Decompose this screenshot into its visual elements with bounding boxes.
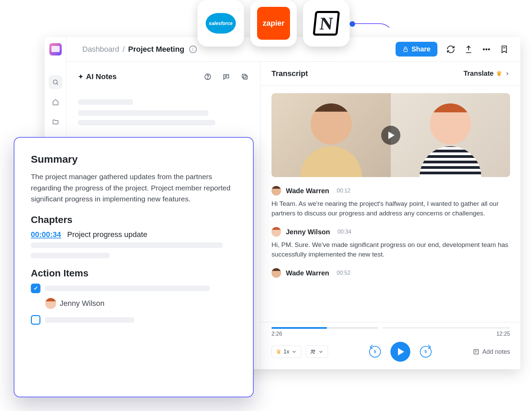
svg-point-10 bbox=[311, 350, 313, 352]
speed-label: 1x bbox=[283, 349, 289, 355]
add-notes-button[interactable]: Add notes bbox=[473, 348, 510, 356]
transcript-entry: Jenny Wilson 00:34 Hi, PM. Sure. We've m… bbox=[271, 227, 510, 259]
progress-track[interactable] bbox=[271, 327, 510, 329]
rail-search[interactable] bbox=[49, 75, 62, 89]
audio-player: 2:26 12:25 ♛ 1x bbox=[261, 322, 520, 369]
progress-bar-played[interactable] bbox=[271, 327, 378, 329]
transcript-entry: Wade Warren 00:52 bbox=[271, 268, 510, 278]
add-notes-label: Add notes bbox=[482, 348, 510, 356]
info-icon[interactable]: i bbox=[189, 46, 197, 53]
lock-icon bbox=[402, 46, 409, 52]
search-icon bbox=[52, 79, 59, 86]
chat-icon[interactable] bbox=[222, 73, 230, 80]
home-icon bbox=[52, 99, 59, 105]
transcript-title: Transcript bbox=[271, 69, 308, 78]
transcript-panel: Transcript Translate ♛ bbox=[261, 62, 520, 369]
avatar bbox=[271, 227, 281, 237]
rail-home[interactable] bbox=[49, 95, 62, 109]
entry-time[interactable]: 00:34 bbox=[338, 229, 351, 235]
play-button[interactable] bbox=[390, 342, 410, 362]
help-icon[interactable] bbox=[204, 73, 211, 80]
time-total: 12:25 bbox=[496, 331, 510, 337]
integration-tiles: salesforce zapier N bbox=[197, 0, 350, 47]
svg-point-5 bbox=[488, 49, 489, 50]
svg-point-7 bbox=[207, 78, 208, 78]
skeleton-line bbox=[78, 120, 215, 125]
copy-icon[interactable] bbox=[241, 73, 249, 80]
chevron-down-icon bbox=[291, 349, 297, 354]
forward-5-button[interactable]: 5 bbox=[420, 346, 432, 358]
export-icon[interactable] bbox=[464, 45, 473, 54]
svg-point-0 bbox=[53, 80, 57, 84]
video-participant-1 bbox=[271, 93, 391, 177]
chapter-row: 00:00:34 Project progress update bbox=[31, 230, 237, 239]
translate-button[interactable]: Translate ♛ bbox=[463, 70, 510, 77]
share-button[interactable]: Share bbox=[396, 42, 437, 57]
skeleton-line bbox=[45, 317, 134, 323]
action-item bbox=[31, 315, 237, 325]
zapier-icon: zapier bbox=[257, 7, 290, 40]
svg-rect-9 bbox=[242, 74, 246, 78]
chevron-right-icon bbox=[505, 71, 510, 76]
svg-point-4 bbox=[486, 49, 487, 50]
action-item-assignee: Jenny Wilson bbox=[45, 298, 237, 309]
speed-chip[interactable]: ♛ 1x bbox=[271, 346, 301, 358]
crown-icon: ♛ bbox=[276, 348, 281, 356]
integration-notion: N bbox=[303, 0, 350, 47]
assignee-name: Jenny Wilson bbox=[60, 299, 105, 308]
notion-icon: N bbox=[313, 11, 340, 36]
skeleton-line bbox=[31, 242, 223, 248]
ai-notes-title: AI Notes bbox=[86, 72, 117, 81]
entry-time[interactable]: 00:12 bbox=[337, 188, 350, 194]
skeleton-line bbox=[45, 286, 210, 291]
avatar bbox=[45, 298, 56, 309]
share-label: Share bbox=[411, 45, 431, 53]
transcript-entry: Wade Warren 00:12 Hi Team. As we're near… bbox=[271, 186, 510, 218]
refresh-icon[interactable] bbox=[446, 45, 455, 54]
summary-heading: Summary bbox=[31, 153, 237, 165]
integration-salesforce: salesforce bbox=[197, 0, 244, 47]
breadcrumb-root[interactable]: Dashboard bbox=[82, 45, 119, 54]
utterance: Hi Team. As we're nearing the project's … bbox=[271, 199, 510, 218]
summary-popover: Summary The project manager gathered upd… bbox=[14, 137, 254, 397]
svg-rect-2 bbox=[404, 49, 408, 52]
svg-point-3 bbox=[483, 49, 484, 50]
ai-notes-header: ✦ AI Notes bbox=[78, 68, 249, 86]
bookmark-icon[interactable] bbox=[500, 45, 509, 54]
app-logo[interactable] bbox=[49, 43, 62, 55]
progress-bar-remaining[interactable] bbox=[382, 327, 510, 328]
checkbox-checked[interactable] bbox=[31, 284, 40, 293]
more-icon[interactable] bbox=[482, 45, 491, 54]
svg-point-11 bbox=[314, 350, 315, 351]
skeleton-line bbox=[78, 99, 133, 105]
chapter-timestamp[interactable]: 00:00:34 bbox=[31, 230, 61, 239]
speakers-chip[interactable] bbox=[305, 346, 328, 358]
entry-time[interactable]: 00:52 bbox=[337, 270, 350, 276]
skeleton-line bbox=[78, 110, 208, 116]
action-items-heading: Action Items bbox=[31, 268, 237, 279]
crown-icon: ♛ bbox=[496, 70, 502, 77]
breadcrumb: Dashboard / Project Meeting i bbox=[82, 45, 197, 54]
integration-zapier: zapier bbox=[250, 0, 297, 47]
chevron-down-icon bbox=[318, 349, 324, 354]
play-overlay-icon[interactable] bbox=[381, 126, 400, 145]
topbar-actions: Share bbox=[396, 42, 509, 57]
users-icon bbox=[310, 349, 316, 355]
skeleton-line bbox=[31, 253, 110, 258]
svg-line-1 bbox=[57, 84, 58, 85]
speaker-name: Wade Warren bbox=[286, 187, 329, 195]
time-elapsed: 2:26 bbox=[271, 331, 282, 337]
translate-label: Translate bbox=[463, 70, 494, 77]
summary-text: The project manager gathered updates fro… bbox=[31, 171, 237, 205]
rail-folder[interactable] bbox=[49, 115, 62, 129]
rewind-5-button[interactable]: 5 bbox=[369, 346, 381, 358]
avatar bbox=[271, 268, 281, 278]
sparkle-icon: ✦ bbox=[78, 73, 83, 80]
speaker-name: Wade Warren bbox=[286, 269, 329, 277]
transcript-header: Transcript Translate ♛ bbox=[261, 62, 520, 86]
breadcrumb-current: Project Meeting bbox=[128, 45, 184, 54]
checkbox-unchecked[interactable] bbox=[31, 315, 40, 325]
video-thumbnail[interactable] bbox=[271, 93, 510, 177]
svg-rect-8 bbox=[243, 75, 247, 79]
utterance: Hi, PM. Sure. We've made significant pro… bbox=[271, 240, 510, 259]
